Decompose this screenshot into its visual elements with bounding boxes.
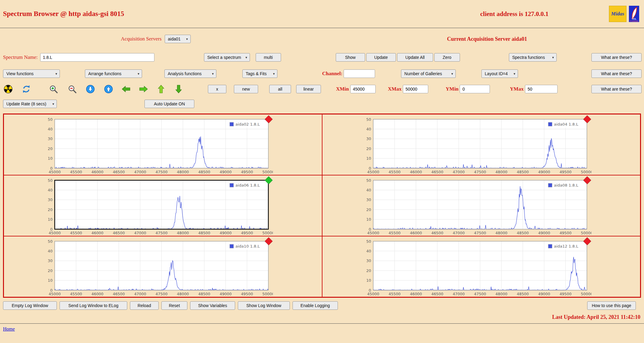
show-variables-button[interactable]: Show Variables (190, 301, 235, 310)
spectrum-chart[interactable]: 4500045500460004650047000475004800048500… (359, 237, 591, 297)
xmin-input[interactable] (350, 85, 376, 93)
x-tick-label: 46500 (113, 170, 125, 174)
xmax-input[interactable] (403, 85, 428, 93)
number-of-galleries-select[interactable]: Number of Galleries▾ (401, 69, 456, 78)
linear-button[interactable]: linear (296, 85, 321, 93)
layout-id-select[interactable]: Layout ID=4▾ (481, 69, 518, 78)
spectrum-panel-aida08[interactable]: 4500045500460004650047000475004800048500… (322, 175, 641, 236)
x-tick-label: 46000 (410, 292, 422, 296)
update-rate-select[interactable]: Update Rate (8 secs)▾ (3, 100, 57, 108)
spectrum-name-input[interactable] (40, 53, 154, 62)
x-tick-label: 49000 (538, 292, 550, 296)
footer-divider (0, 323, 644, 324)
spectrum-chart[interactable]: 4500045500460004650047000475004800048500… (40, 115, 273, 175)
what-are-these-button-3[interactable]: What are these? (591, 85, 642, 93)
enable-logging-button[interactable]: Enable Logging (293, 301, 338, 310)
spectrum-chart[interactable]: 4500045500460004650047000475004800048500… (359, 176, 591, 236)
refresh-icon[interactable] (22, 85, 31, 94)
arrow-right-icon[interactable] (139, 85, 148, 94)
empty-log-window-button[interactable]: Empty Log Window (3, 301, 57, 310)
y-tick-label: 20 (366, 268, 371, 273)
spectra-grid: 4500045500460004650047000475004800048500… (3, 114, 641, 298)
x-tick-label: 47500 (474, 170, 486, 174)
y-tick-label: 10 (48, 156, 53, 161)
chevron-down-icon: ▾ (212, 72, 214, 75)
x-tick-label: 45500 (388, 292, 400, 296)
header: Spectrum Browser @ http aidas-gsi 8015 c… (0, 0, 644, 28)
y-tick-label: 30 (366, 136, 371, 141)
arrange-functions-select[interactable]: Arrange functions▾ (85, 69, 142, 78)
x-tick-label: 46000 (92, 170, 104, 174)
y-tick-label: 50 (48, 178, 53, 183)
spectra-functions-label: Spectra functions (512, 55, 545, 60)
x-tick-label: 46000 (410, 170, 422, 174)
home-link[interactable]: Home (3, 326, 15, 332)
show-button[interactable]: Show (336, 53, 365, 62)
y-tick-label: 10 (366, 217, 371, 222)
scale-down-icon[interactable] (86, 85, 95, 94)
ymin-input[interactable] (460, 85, 490, 93)
new-button[interactable]: new (234, 85, 258, 93)
show-log-window-button[interactable]: Show Log Window (238, 301, 290, 310)
x-tick-label: 46500 (113, 292, 125, 296)
spectrum-chart[interactable]: 4500045500460004650047000475004800048500… (40, 237, 273, 297)
y-tick-label: 30 (366, 258, 371, 263)
y-tick-label: 10 (366, 156, 371, 161)
zoom-in-icon[interactable] (49, 85, 58, 94)
arrow-up-icon[interactable] (157, 85, 166, 94)
radiation-icon[interactable] (4, 85, 13, 94)
arrow-down-icon[interactable] (174, 85, 183, 94)
update-all-button[interactable]: Update All (397, 53, 433, 62)
chevron-down-icon: ▾ (552, 56, 554, 59)
spectrum-panel-aida10[interactable]: 4500045500460004650047000475004800048500… (4, 236, 322, 297)
x-tick-label: 47000 (452, 231, 464, 235)
ymin-label: YMin (446, 86, 459, 92)
update-button[interactable]: Update (366, 53, 396, 62)
reload-button[interactable]: Reload (130, 301, 159, 310)
ymax-input[interactable] (525, 85, 558, 93)
x-tick-label: 50000 (581, 231, 591, 235)
arrow-left-icon[interactable] (121, 85, 131, 94)
view-functions-select[interactable]: View functions▾ (3, 69, 60, 78)
zero-button[interactable]: Zero (434, 53, 460, 62)
spectrum-panel-aida06[interactable]: 4500045500460004650047000475004800048500… (4, 175, 322, 236)
x-tick-label: 49000 (220, 170, 232, 174)
spectrum-panel-aida02[interactable]: 4500045500460004650047000475004800048500… (4, 114, 322, 175)
y-tick-label: 30 (366, 197, 371, 202)
channel-input[interactable] (344, 69, 375, 78)
x-tick-label: 46000 (92, 231, 104, 235)
spectrum-panel-aida12[interactable]: 4500045500460004650047000475004800048500… (322, 236, 641, 297)
legend-label: aida02 1.8.L (235, 122, 260, 127)
spectra-functions-select[interactable]: Spectra functions ▾ (509, 53, 557, 62)
spectrum-chart[interactable]: 4500045500460004650047000475004800048500… (40, 176, 273, 236)
x-tick-label: 47000 (134, 292, 146, 296)
multi-button[interactable]: multi (256, 53, 281, 62)
tcl-powered-logo[interactable]: TCL POWERED (629, 6, 639, 22)
zoom-out-icon[interactable] (68, 85, 77, 94)
send-log-window-button[interactable]: Send Log Window to ELog (60, 301, 127, 310)
spectrum-panel-aida04[interactable]: 4500045500460004650047000475004800048500… (322, 114, 641, 175)
select-a-spectrum-select[interactable]: Select a spectrum ▾ (204, 53, 250, 62)
x-tick-label: 47500 (156, 170, 168, 174)
acquisition-server-select[interactable]: aida01 ▾ (165, 35, 191, 43)
what-are-these-button-1[interactable]: What are these? (591, 53, 642, 62)
x-tick-label: 48500 (517, 292, 529, 296)
x-button[interactable]: x (208, 85, 226, 93)
reset-button[interactable]: Reset (161, 301, 187, 310)
what-are-these-button-2[interactable]: What are these? (591, 69, 642, 78)
midas-logo[interactable]: Midas (609, 6, 626, 22)
analysis-functions-select[interactable]: Analysis functions▾ (164, 69, 216, 78)
home-link-wrap: Home (3, 326, 644, 332)
spectrum-chart[interactable]: 4500045500460004650047000475004800048500… (359, 115, 591, 175)
all-button[interactable]: all (269, 85, 291, 93)
scale-up-icon[interactable] (104, 85, 113, 94)
y-tick-label: 30 (48, 136, 53, 141)
auto-update-button[interactable]: Auto Update ON (144, 100, 194, 108)
acquisition-servers-label: Acquisition Servers (121, 36, 162, 42)
y-tick-label: 0 (369, 227, 371, 232)
chevron-down-icon: ▾ (273, 72, 275, 75)
how-to-use-button[interactable]: How to use this page (587, 301, 636, 310)
x-tick-label: 46000 (410, 231, 422, 235)
footer-button-row: Empty Log Window Send Log Window to ELog… (0, 301, 644, 310)
tags-fits-select[interactable]: Tags & Fits▾ (242, 69, 277, 78)
